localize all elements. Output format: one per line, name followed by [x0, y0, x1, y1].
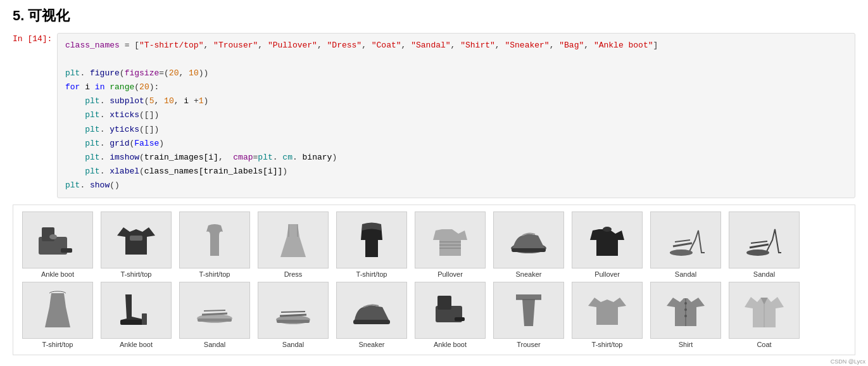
- code-line-1: class_names = ["T-shirt/top", "Trouser",…: [65, 39, 847, 53]
- img-box-pullover: [415, 211, 486, 268]
- svg-rect-36: [455, 317, 465, 321]
- img-item-ankle-boot2: Ankle boot: [98, 282, 174, 348]
- img-box-shirt: [650, 282, 721, 339]
- img-item-ankle-boot3: Ankle boot: [412, 282, 488, 348]
- img-label-pullover-dark: Pullover: [594, 270, 620, 278]
- img-box-tshirt-dark: [336, 211, 407, 268]
- svg-line-21: [750, 244, 769, 248]
- img-item-ankle-boot: Ankle boot: [20, 211, 96, 278]
- img-item-sandal-heel2: Sandal: [726, 211, 802, 278]
- watermark: CSDN @Lycx: [831, 358, 865, 365]
- img-label-tshirt1: T-shirt/top: [121, 270, 152, 278]
- img-label-sandal-flat2: Sandal: [282, 341, 304, 348]
- code-line-5: plt. subplot(5, 10, i +1): [65, 94, 847, 108]
- img-label-sandal-heel: Sandal: [675, 270, 696, 278]
- img-item-pullover: Pullover: [412, 211, 488, 278]
- svg-line-32: [281, 312, 305, 312]
- img-item-tshirt2: T-shirt/top: [569, 282, 645, 348]
- code-line-2: [65, 53, 847, 66]
- svg-line-19: [675, 240, 690, 242]
- svg-point-3: [49, 234, 57, 239]
- img-box-sandal-flat2: [258, 282, 329, 339]
- img-label-sandal-heel2: Sandal: [753, 270, 775, 278]
- cell-label: In [14]:: [13, 33, 57, 44]
- img-label-tank: T-shirt/top: [199, 270, 230, 278]
- img-label-tshirt2: T-shirt/top: [592, 341, 623, 348]
- svg-line-31: [280, 315, 306, 316]
- img-item-sandal-flat: Sandal: [177, 282, 253, 348]
- svg-rect-24: [142, 313, 147, 325]
- img-label-ankle-boot3: Ankle boot: [434, 341, 467, 348]
- img-box-trouser: [493, 282, 564, 339]
- svg-point-42: [684, 308, 687, 311]
- img-label-sneaker: Sneaker: [516, 270, 542, 278]
- img-box-sandal-heel2: [729, 211, 800, 268]
- svg-rect-26: [198, 319, 232, 322]
- img-item-dress: Dress: [255, 211, 331, 278]
- img-label-ankle-boot: Ankle boot: [41, 270, 74, 278]
- code-line-10: plt. xlabel(class_names[train_labels[i]]…: [65, 165, 847, 179]
- code-block: class_names = ["T-shirt/top", "Trouser",…: [57, 33, 855, 198]
- svg-rect-30: [277, 320, 310, 323]
- svg-marker-9: [433, 229, 467, 256]
- code-line-9: plt. imshow(train_images[i], cmap=plt. c…: [65, 151, 847, 165]
- img-box-dress2: [22, 282, 93, 339]
- img-box-ankle-boot2: [101, 282, 172, 339]
- svg-point-43: [684, 315, 687, 317]
- svg-line-28: [204, 310, 225, 311]
- code-line-7: plt. yticks([]): [65, 123, 847, 137]
- output-section: Ankle boot T-shirt/top: [13, 205, 855, 355]
- code-line-4: for i in range(20):: [65, 80, 847, 94]
- img-box-tshirt1: [101, 211, 172, 268]
- code-cell: In [14]: class_names = ["T-shirt/top", "…: [13, 33, 855, 198]
- svg-marker-15: [590, 229, 624, 256]
- svg-line-18: [673, 243, 692, 246]
- code-line-3: plt. figure(figsize=(20, 10)): [65, 66, 847, 80]
- img-item-sneaker2: Sneaker: [334, 282, 410, 348]
- svg-point-41: [684, 302, 687, 305]
- code-line-8: plt. grid(False): [65, 137, 847, 151]
- svg-point-16: [603, 227, 612, 232]
- code-line-11: plt. show(): [65, 179, 847, 192]
- img-item-tshirt1: T-shirt/top: [98, 211, 174, 278]
- image-row-1: Ankle boot T-shirt/top: [20, 211, 848, 278]
- img-label-sneaker2: Sneaker: [359, 341, 385, 348]
- svg-marker-4: [117, 227, 155, 255]
- img-label-coat: Coat: [757, 341, 771, 348]
- img-box-ankle-boot3: [415, 282, 486, 339]
- img-box-sneaker2: [336, 282, 407, 339]
- img-box-sandal-flat: [179, 282, 250, 339]
- img-label-tshirt-dark: T-shirt/top: [356, 270, 387, 278]
- img-box-dress: [258, 211, 329, 268]
- svg-point-17: [670, 249, 693, 256]
- img-box-tshirt2: [572, 282, 643, 339]
- svg-rect-5: [130, 236, 142, 241]
- img-item-trouser: Trouser: [491, 282, 567, 348]
- svg-marker-38: [588, 298, 626, 325]
- img-item-tshirt-dark: T-shirt/top: [334, 211, 410, 278]
- svg-line-22: [751, 241, 767, 243]
- svg-rect-14: [512, 248, 546, 252]
- img-box-sneaker: [493, 211, 564, 268]
- img-box-tank: [179, 211, 250, 268]
- code-line-6: plt. xticks([]): [65, 108, 847, 122]
- img-item-sandal-heel: Sandal: [648, 211, 724, 278]
- img-label-dress: Dress: [284, 270, 303, 278]
- img-label-pullover: Pullover: [437, 270, 463, 278]
- img-box-pullover-dark: [572, 211, 643, 268]
- img-item-pullover-dark: Pullover: [569, 211, 645, 278]
- img-item-sneaker: Sneaker: [491, 211, 567, 278]
- svg-point-20: [746, 249, 769, 256]
- svg-line-27: [202, 313, 227, 315]
- img-item-shirt: Shirt: [648, 282, 724, 348]
- img-box-sandal-heel: [650, 211, 721, 268]
- img-box-coat: [729, 282, 800, 339]
- svg-rect-35: [437, 296, 451, 310]
- img-item-sandal-flat2: Sandal: [255, 282, 331, 348]
- img-box-ankle-boot: [22, 211, 93, 268]
- img-item-coat: Coat: [726, 282, 802, 348]
- svg-rect-33: [353, 320, 390, 324]
- img-label-dress2: T-shirt/top: [42, 341, 73, 348]
- img-label-ankle-boot2: Ankle boot: [120, 341, 153, 348]
- img-label-sandal-flat: Sandal: [204, 341, 225, 348]
